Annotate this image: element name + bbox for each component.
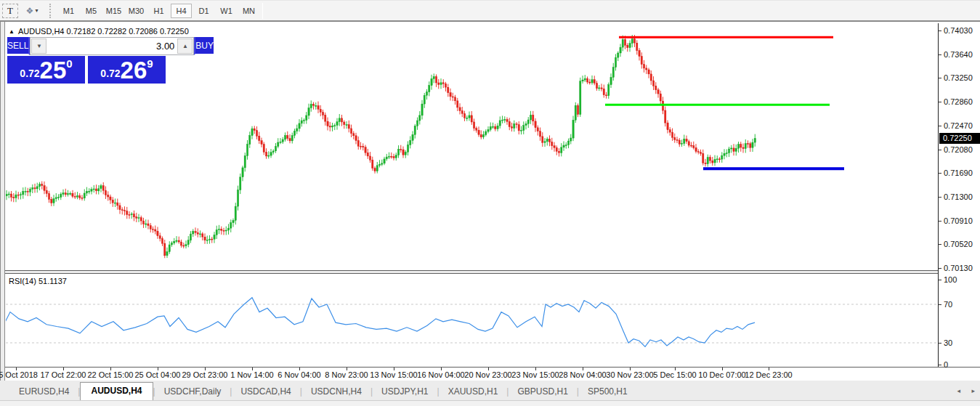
candle-body [25,191,26,192]
tab-sp500-h1[interactable]: SP500,H1 [579,383,636,400]
volume-increase-button[interactable]: ▲ [177,38,193,54]
candle-body [452,97,453,97]
candle-body [23,191,24,195]
candle-body [525,123,527,125]
volume-input[interactable] [46,38,177,54]
date-axis-label: 23 Nov 15:00 [511,370,559,379]
candle-body [46,190,47,193]
tab-xauusd-h1[interactable]: XAUUSD,H1 [440,383,507,400]
candle-body [339,118,340,122]
tab-usdjpy-h1[interactable]: USDJPY,H1 [373,383,437,400]
candle-body [608,85,610,96]
candle-body [426,92,427,96]
rsi-chart[interactable] [6,274,938,367]
rsi-line [6,298,755,347]
price-tick [939,221,941,222]
candle-body [372,160,373,168]
candle-body [218,229,219,230]
timeframe-button-m1[interactable]: M1 [58,4,79,18]
tab-usdchf-daily[interactable]: USDCHF,Daily [155,383,230,400]
candle-body [334,126,336,126]
candle-body [70,193,71,194]
candle-body [169,245,170,252]
candle-body [527,120,529,123]
time-scale[interactable]: 15 Oct 201817 Oct 22:0022 Oct 15:0025 Oc… [6,368,980,381]
candle-body [665,110,666,123]
rsi-indicator-label: RSI(14) 51.1137 [9,277,67,285]
trade-levels-button[interactable]: ❖ ▾ [20,4,44,18]
tab-eurusd-h4[interactable]: EURUSD,H4 [10,383,78,400]
date-axis-label: 12 Dec 23:00 [745,370,792,379]
price-tick [939,31,941,31]
candle-body [388,156,389,157]
timeframe-button-m15[interactable]: M15 [103,4,124,18]
candle-body [8,194,9,195]
date-axis-label: 20 Nov 23:00 [464,370,511,379]
candle-body [473,122,474,129]
tab-usdcnh-h4[interactable]: USDCNH,H4 [302,383,370,400]
candle-body [596,84,597,89]
candle-body [235,206,236,220]
candle-body [346,125,347,126]
candle-body [582,80,583,81]
rsi-tick [939,365,941,365]
tab-gbpusd-h1[interactable]: GBPUSD,H1 [509,383,576,400]
timeframe-button-d1[interactable]: D1 [193,4,214,18]
candle-body [471,115,472,122]
candle-body [407,145,408,152]
one-click-trade-panel: SELL ▼ ▲ BUY 0.72 25 0 0.72 26 9 [7,37,166,84]
timeframe-button-w1[interactable]: W1 [216,4,237,18]
price-axis-label: 0.74030 [944,26,973,35]
candle-body [185,245,187,246]
candle-body [86,191,87,193]
tab-usdcad-h4[interactable]: USDCAD,H4 [232,383,299,400]
candle-body [391,156,392,157]
timeframe-button-m30[interactable]: M30 [126,4,147,18]
candle-body [400,150,402,150]
sell-price-button[interactable]: 0.72 25 0 [7,56,85,84]
candle-body [650,74,652,81]
date-axis-label: 10 Dec 07:00 [698,370,745,379]
candle-body [39,184,40,187]
sell-price-prefix: 0.72 [20,68,39,79]
candle-body [48,194,49,200]
candle-body [478,130,479,134]
buy-price-button[interactable]: 0.72 26 9 [88,56,166,84]
candle-body [282,139,283,142]
price-scale[interactable]: 0.740300.736400.732500.728600.724700.720… [938,23,980,367]
sell-button[interactable]: SELL [7,37,30,55]
candle-body [293,131,295,136]
candle-body [178,240,179,242]
candle-body [72,193,73,196]
timeframe-button-h1[interactable]: H1 [148,4,169,18]
timeframe-button-mn[interactable]: MN [238,4,259,18]
candle-body [360,146,361,147]
candle-body [289,139,291,141]
candle-body [256,131,257,137]
timeframe-button-h4[interactable]: H4 [171,4,192,18]
tab-audusd-h4[interactable]: AUDUSD,H4 [80,382,153,400]
candle-body [485,131,487,134]
candle-body [523,126,525,131]
candle-body [518,125,519,131]
candle-body [431,79,432,86]
timeframe-button-m5[interactable]: M5 [81,4,102,18]
candle-body [546,139,548,142]
price-axis-label: 0.71300 [944,192,973,201]
rsi-axis-label: 100 [944,275,957,284]
candle-body [419,115,421,121]
candle-body [145,224,147,224]
text-tool-button[interactable]: T [2,4,18,18]
candle-body [270,153,272,155]
candle-body [102,186,104,191]
candle-body [280,142,281,142]
toolbar-grip[interactable] [49,4,54,18]
candle-body [686,139,687,141]
volume-decrease-button[interactable]: ▼ [31,38,46,54]
candle-body [695,147,697,151]
tab-scroll-left-icon[interactable]: ◂ [957,387,960,394]
tab-scroll-right-icon[interactable]: ▸ [971,387,975,394]
candle-body [157,231,158,236]
candle-body [412,134,413,140]
buy-button[interactable]: BUY [194,37,214,55]
